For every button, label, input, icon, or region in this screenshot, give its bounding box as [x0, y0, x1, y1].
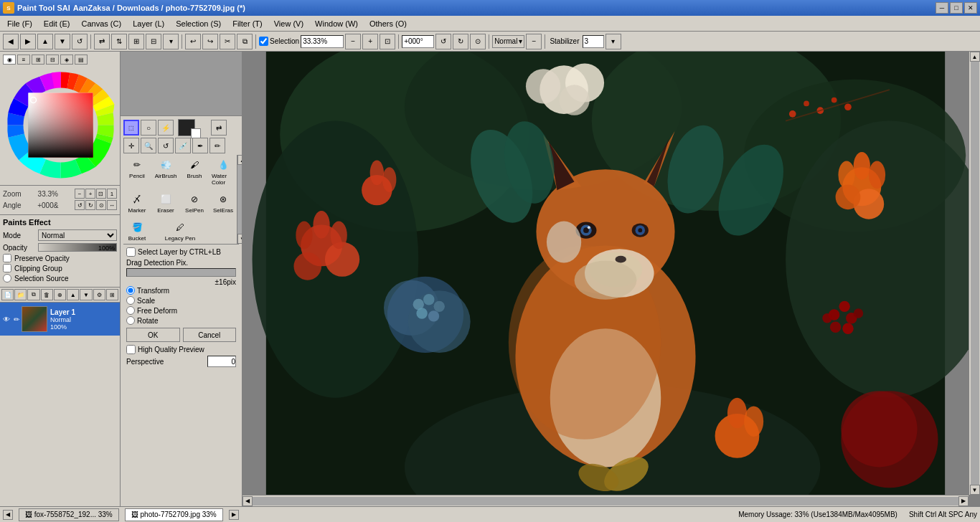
- seleras-tool[interactable]: ⊛ SelEras: [209, 189, 237, 216]
- rotate-radio[interactable]: [126, 316, 135, 325]
- normal-dropdown[interactable]: Normal ▾: [492, 35, 524, 48]
- stabilizer-input[interactable]: [583, 35, 604, 48]
- move-tool[interactable]: ✛: [123, 138, 139, 153]
- pen-tool[interactable]: ✒: [192, 138, 208, 153]
- clipping-group-check[interactable]: [3, 264, 11, 272]
- perspective-input[interactable]: [207, 356, 236, 367]
- color-tab-slider[interactable]: ≡: [17, 54, 30, 65]
- tab-fox[interactable]: 🖼 fox-7558752_192... 33%: [19, 508, 119, 521]
- new-layer-btn[interactable]: 📄: [1, 289, 14, 300]
- free-deform-radio[interactable]: [126, 306, 135, 315]
- layer-item[interactable]: 👁 ✏ Layer 1 Normal 100%: [0, 303, 120, 336]
- toolbar-btn-8[interactable]: ✂: [220, 34, 235, 49]
- new-folder-btn[interactable]: 📁: [14, 289, 27, 300]
- menu-file[interactable]: File (F): [1, 16, 38, 31]
- layer-settings-btn[interactable]: ⚙: [93, 289, 105, 300]
- menu-canvas[interactable]: Canvas (C): [76, 16, 128, 31]
- toolbar-btn-2[interactable]: ▶: [20, 34, 36, 49]
- zoom-actual[interactable]: 1: [107, 189, 117, 199]
- menu-selection[interactable]: Selection (S): [170, 16, 227, 31]
- watercolor-tool[interactable]: 💧 Water Color: [209, 155, 237, 188]
- maximize-button[interactable]: □: [950, 2, 963, 14]
- marker-tool[interactable]: 〆 Marker: [123, 189, 151, 216]
- eraser-tool[interactable]: ⬜ Eraser: [152, 189, 179, 216]
- angle-reset[interactable]: ⊙: [96, 200, 106, 210]
- lasso-tool[interactable]: ○: [141, 120, 156, 136]
- eyedropper-tool[interactable]: 💉: [175, 138, 191, 153]
- scroll-h-left[interactable]: ◀: [242, 496, 253, 506]
- scroll-v-track[interactable]: [971, 62, 979, 485]
- toolbar-btn-flip-h[interactable]: ⇄: [94, 34, 110, 49]
- toolbar-btn-3[interactable]: ▲: [37, 34, 53, 49]
- zoom-minus-btn[interactable]: −: [345, 34, 361, 49]
- background-color[interactable]: [191, 128, 201, 138]
- toolbar-btn-1[interactable]: ◀: [3, 34, 19, 49]
- toolbar-btn-rotate[interactable]: ↺: [72, 34, 88, 49]
- menu-layer[interactable]: Layer (L): [127, 16, 170, 31]
- scroll-v-up[interactable]: ▲: [970, 52, 980, 62]
- layer-up-btn[interactable]: ▲: [67, 289, 79, 300]
- zoom-tool[interactable]: 🔍: [141, 138, 156, 153]
- color-tab-picker[interactable]: ⊟: [46, 54, 59, 65]
- angle-r[interactable]: ↻: [85, 200, 95, 210]
- hq-preview-check[interactable]: [126, 345, 136, 354]
- selpen-tool[interactable]: ⊘ SelPen: [181, 189, 208, 216]
- color-reset-btn[interactable]: ⇄: [211, 120, 227, 136]
- drag-slider[interactable]: [126, 268, 236, 277]
- canvas-area[interactable]: ▲ ▼ ◀ ▶: [242, 52, 980, 506]
- layer-down-btn[interactable]: ▼: [80, 289, 92, 300]
- angle-reset-btn[interactable]: ⊙: [470, 34, 486, 49]
- selection-checkbox[interactable]: [259, 37, 268, 46]
- scroll-up-btn[interactable]: ▲: [237, 155, 242, 165]
- color-tab-palette[interactable]: ⊞: [32, 54, 44, 65]
- mode-select[interactable]: Normal Multiply Screen: [38, 229, 117, 241]
- zoom-minus[interactable]: −: [75, 189, 85, 199]
- layer-visibility-icon[interactable]: 👁: [1, 314, 11, 324]
- airbrush-tool[interactable]: 💨 AirBrush: [152, 155, 179, 188]
- layer-expand-btn[interactable]: ⊞: [106, 289, 118, 300]
- scroll-down-btn[interactable]: ▼: [237, 234, 242, 244]
- layer-lock-icon[interactable]: ✏: [11, 314, 22, 324]
- color-tab-6[interactable]: ▤: [75, 54, 88, 65]
- scroll-h-track[interactable]: [253, 497, 958, 506]
- angle-input[interactable]: [402, 35, 434, 48]
- cancel-button[interactable]: Cancel: [183, 328, 237, 342]
- opacity-bar[interactable]: 100%: [38, 243, 117, 252]
- ok-button[interactable]: OK: [126, 328, 180, 342]
- edit-tool[interactable]: ✏: [209, 138, 225, 153]
- tab-photo[interactable]: 🖼 photo-7752709.jpg 33%: [125, 508, 223, 521]
- toolbar-btn-4[interactable]: ▼: [55, 34, 70, 49]
- menu-window[interactable]: Window (W): [309, 16, 364, 31]
- wand-tool[interactable]: ⚡: [158, 120, 174, 136]
- angle-ccw-btn[interactable]: ↺: [435, 34, 451, 49]
- transform-radio[interactable]: [126, 286, 135, 295]
- zoom-plus-btn[interactable]: +: [362, 34, 378, 49]
- select-layer-check[interactable]: [126, 247, 136, 257]
- toolbar-btn-7[interactable]: ↪: [202, 34, 218, 49]
- menu-view[interactable]: View (V): [268, 16, 309, 31]
- scroll-v-down[interactable]: ▼: [970, 485, 980, 495]
- duplicate-layer-btn[interactable]: ⧉: [27, 289, 39, 300]
- menu-others[interactable]: Others (O): [364, 16, 413, 31]
- merge-layer-btn[interactable]: ⊕: [54, 289, 66, 300]
- brush-tool-btn[interactable]: 🖌 Brush: [181, 155, 208, 188]
- zoom-fit-btn[interactable]: ⊡: [380, 34, 395, 49]
- pencil-tool[interactable]: ✏ Pencil: [123, 155, 151, 188]
- menu-edit[interactable]: Edit (E): [38, 16, 76, 31]
- status-scroll-left[interactable]: ◀: [3, 510, 13, 520]
- toolbar-btn-9[interactable]: ⧉: [237, 34, 253, 49]
- scale-radio[interactable]: [126, 296, 135, 305]
- toolbar-btn-flip-v[interactable]: ⇅: [111, 34, 127, 49]
- selection-source-radio[interactable]: [3, 274, 11, 283]
- bucket-tool[interactable]: 🪣 Bucket: [123, 217, 151, 244]
- stabilizer-dropdown[interactable]: ▾: [606, 34, 621, 49]
- angle-l[interactable]: ↺: [75, 200, 85, 210]
- zoom-fit[interactable]: ⊡: [96, 189, 106, 199]
- toolbar-btn-grid[interactable]: ⊞: [128, 34, 144, 49]
- toolbar-btn-5[interactable]: ⊟: [146, 34, 161, 49]
- toolbar-btn-6[interactable]: ↩: [185, 34, 201, 49]
- menu-filter[interactable]: Filter (T): [227, 16, 268, 31]
- close-button[interactable]: ✕: [964, 2, 977, 14]
- scroll-h-right[interactable]: ▶: [958, 496, 969, 506]
- angle-flip[interactable]: ↔: [107, 200, 117, 210]
